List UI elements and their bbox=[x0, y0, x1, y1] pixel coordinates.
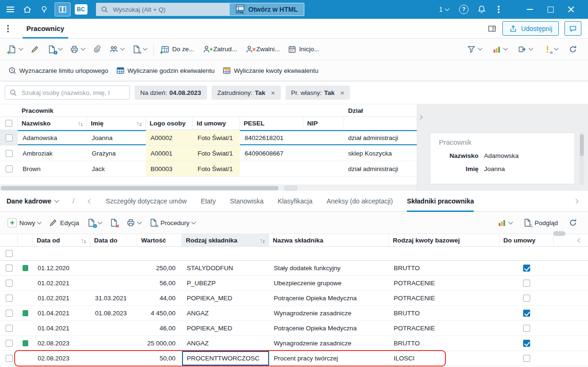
tab-pracownicy[interactable]: Pracownicy bbox=[23, 19, 68, 39]
row-checkbox[interactable] bbox=[6, 325, 13, 332]
row-checkbox[interactable] bbox=[6, 355, 13, 362]
notifications-button[interactable] bbox=[473, 0, 490, 19]
do-umowy-checkbox[interactable] bbox=[523, 295, 530, 302]
open-in-html-button[interactable]: HTML Otwórz w HTML bbox=[229, 3, 304, 16]
do-umowy-checkbox[interactable] bbox=[523, 280, 530, 287]
session-counter[interactable]: 1 bbox=[433, 6, 454, 13]
panel-expander[interactable] bbox=[417, 104, 423, 191]
home-button[interactable] bbox=[19, 0, 36, 19]
share-button[interactable]: Udostępnij bbox=[502, 21, 559, 36]
do-zespolu-button[interactable]: Do ze... bbox=[157, 41, 198, 57]
component-row[interactable]: 01.12.2020 250,00 STALYDODFUN Stały doda… bbox=[0, 261, 588, 276]
row-checkbox[interactable] bbox=[6, 340, 13, 347]
employee-row[interactable]: Brown Jack B00003 Foto Świat/1 dział adm… bbox=[0, 161, 417, 177]
delete-button[interactable] bbox=[105, 215, 122, 231]
close-button[interactable] bbox=[561, 0, 581, 19]
edit-record-button[interactable] bbox=[26, 41, 43, 57]
layout-toggle-button[interactable] bbox=[487, 24, 497, 33]
maximize-button[interactable] bbox=[540, 0, 561, 19]
feedback-button[interactable] bbox=[564, 21, 581, 36]
wyliczanie-godzin-button[interactable]: Wyliczanie godzin ekwiwalentu bbox=[112, 62, 218, 78]
column-header-id-umowy[interactable]: Id umowy bbox=[193, 117, 240, 130]
row-checkbox[interactable] bbox=[6, 310, 13, 317]
subtab-stanowiska[interactable]: Stanowiska bbox=[230, 197, 264, 205]
do-umowy-checkbox[interactable] bbox=[523, 340, 530, 347]
more-options-button[interactable] bbox=[490, 0, 507, 19]
column-header-wartosc[interactable]: Wartość bbox=[137, 234, 182, 246]
nowy-button[interactable]: Nowy bbox=[4, 215, 45, 231]
record-info-button[interactable] bbox=[43, 41, 66, 57]
employee-row[interactable]: Ambroziak Grażyna A00001 Foto Świat/1 64… bbox=[0, 146, 417, 161]
column-header-rodzaj[interactable]: Rodzaj składnika 2 bbox=[182, 234, 269, 246]
wyliczanie-kwoty-button[interactable]: Wyliczanie kwoty ekwiwalentu bbox=[218, 62, 322, 78]
chevron-left-icon[interactable] bbox=[87, 199, 92, 203]
bc-button[interactable]: BC bbox=[72, 0, 89, 19]
chevron-left-icon[interactable] bbox=[578, 238, 582, 242]
export-button[interactable] bbox=[514, 41, 536, 57]
select-all-checkbox[interactable] bbox=[6, 250, 13, 257]
zatrudnianie-button[interactable]: Zatrud... bbox=[198, 41, 241, 57]
row-checkbox[interactable] bbox=[6, 150, 13, 157]
component-row[interactable]: 01.02.2021 31.03.2021 44,00 POPIEKA_MED … bbox=[0, 291, 588, 306]
person-search-input[interactable] bbox=[21, 89, 126, 97]
wyznaczanie-limitu-button[interactable]: Wyznaczanie limitu urlopowego bbox=[4, 62, 112, 78]
column-header-nazwa[interactable]: Nazwa składnika bbox=[269, 234, 389, 246]
inicjowanie-button[interactable]: Inicjo... bbox=[284, 41, 323, 57]
zwalnianie-button[interactable]: Zwalni... bbox=[241, 41, 284, 57]
row-checkbox[interactable] bbox=[6, 265, 13, 272]
dane-kadrowe-selector[interactable]: Dane kadrowe bbox=[7, 197, 58, 205]
column-header-nazwisko[interactable]: Nazwisko 1 bbox=[18, 117, 87, 130]
column-header-nip[interactable]: NIP bbox=[303, 117, 343, 130]
select-all-checkbox[interactable] bbox=[5, 120, 12, 127]
panels-button[interactable] bbox=[55, 2, 71, 16]
refresh-button[interactable] bbox=[564, 215, 581, 231]
filter-chip-na-dzien[interactable]: Na dzień: 04.08.2023 bbox=[135, 86, 207, 100]
employee-row[interactable]: Adamowska Joanna A00002 Foto Świat/1 840… bbox=[0, 130, 417, 146]
document-actions-button[interactable] bbox=[128, 41, 151, 57]
scroll-handle[interactable] bbox=[553, 231, 565, 236]
new-record-button[interactable] bbox=[4, 41, 26, 57]
global-search-input[interactable] bbox=[112, 6, 225, 14]
splitter-handle[interactable] bbox=[284, 186, 297, 191]
tab-options-button[interactable] bbox=[0, 28, 16, 30]
chart-view-button[interactable] bbox=[488, 41, 511, 57]
filter-chip-pr-wlasny[interactable]: Pr. własny: Tak bbox=[286, 86, 350, 100]
do-umowy-checkbox[interactable] bbox=[523, 355, 530, 362]
help-button[interactable] bbox=[459, 5, 469, 14]
subtab-skladniki[interactable]: Składniki pracownika bbox=[407, 191, 474, 212]
row-checkbox[interactable] bbox=[6, 134, 13, 141]
print-button[interactable] bbox=[122, 215, 145, 231]
info-button[interactable] bbox=[83, 215, 105, 231]
component-row[interactable]: 01.04.2021 01.08.2023 4 450,00 ANGAZ Wyn… bbox=[0, 306, 588, 321]
subtab-aneksy[interactable]: Aneksy (do akceptacji) bbox=[326, 197, 393, 205]
chevron-right-icon[interactable] bbox=[574, 199, 579, 203]
attachments-button[interactable] bbox=[88, 41, 105, 57]
row-checkbox[interactable] bbox=[6, 280, 13, 287]
settings-warning-button[interactable] bbox=[539, 41, 562, 57]
column-header-pesel[interactable]: PESEL bbox=[240, 117, 303, 130]
minimize-button[interactable] bbox=[519, 0, 540, 19]
cell-rodzaj-focused[interactable]: PROCENTTWORCZOSC bbox=[182, 351, 269, 366]
subtab-etaty[interactable]: Etaty bbox=[201, 197, 216, 205]
filter-view-button[interactable] bbox=[463, 41, 485, 57]
do-umowy-checkbox[interactable] bbox=[523, 310, 530, 317]
component-row[interactable]: 02.08.2023 25 000,00 ANGAZ Wynagrodzenie… bbox=[0, 336, 588, 351]
component-row[interactable]: 01.04.2021 46,00 POPIEKA_MED Potrącenie … bbox=[0, 321, 588, 336]
component-row[interactable]: 01.02.2021 56,00 P_UBEZP Ubezpieczenie g… bbox=[0, 276, 588, 291]
column-header-data-od[interactable]: Data od 1 bbox=[33, 234, 90, 246]
do-umowy-checkbox[interactable] bbox=[523, 265, 530, 272]
column-header-kwota-bazowa[interactable]: Rodzaj kwoty bazowej bbox=[389, 234, 500, 246]
vertical-scrollbar-thumb[interactable] bbox=[580, 134, 584, 156]
chart-view-button[interactable] bbox=[493, 215, 516, 231]
suggestions-button[interactable] bbox=[36, 0, 53, 19]
column-header-imie[interactable]: Imię 2 bbox=[87, 117, 146, 130]
subtab-szczegoly[interactable]: Szczegóły dotyczące umów bbox=[106, 197, 187, 205]
refresh-button[interactable] bbox=[564, 41, 581, 57]
column-header-do-umowy[interactable]: Do umowy bbox=[500, 234, 554, 246]
do-umowy-checkbox[interactable] bbox=[523, 325, 530, 332]
menu-button[interactable] bbox=[2, 0, 19, 19]
print-button[interactable] bbox=[66, 41, 88, 57]
horizontal-scrollbar-thumb[interactable] bbox=[1, 186, 278, 190]
chip-close-icon[interactable] bbox=[340, 89, 344, 96]
edycja-button[interactable]: Edycja bbox=[45, 215, 83, 231]
